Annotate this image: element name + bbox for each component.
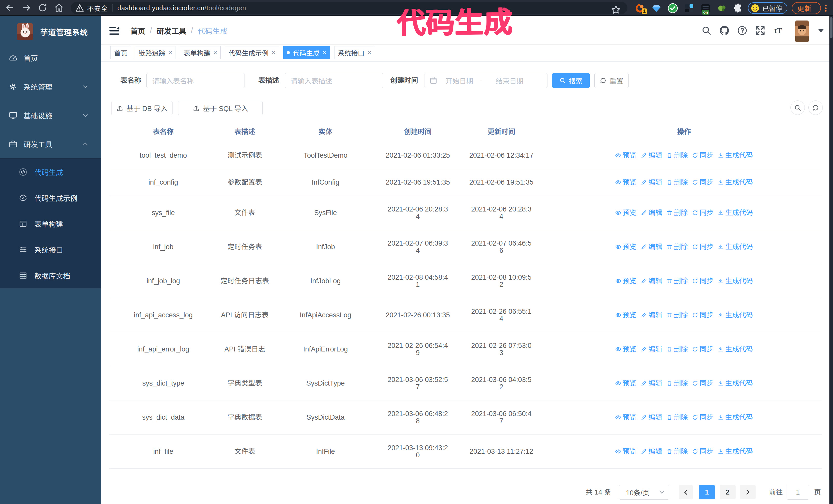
action-sync-link[interactable]: 同步 — [692, 380, 714, 387]
page-size-select[interactable]: 10条/页 — [619, 485, 669, 500]
action-generate-link[interactable]: 生成代码 — [718, 179, 753, 186]
action-preview-link[interactable]: 预览 — [615, 380, 637, 387]
pagination-page-1[interactable]: 1 — [699, 485, 715, 499]
date-end-input[interactable]: 结束日期 — [496, 76, 523, 86]
pagination-page-2[interactable]: 2 — [720, 485, 736, 499]
action-edit-link[interactable]: 编辑 — [641, 179, 662, 186]
action-edit-link[interactable]: 编辑 — [641, 243, 662, 250]
action-edit-link[interactable]: 编辑 — [641, 448, 662, 455]
browser-home-icon[interactable] — [53, 2, 65, 13]
logo[interactable]: 芋道管理系统 — [0, 16, 101, 44]
action-sync-link[interactable]: 同步 — [692, 448, 714, 455]
action-edit-link[interactable]: 编辑 — [641, 380, 662, 387]
action-edit-link[interactable]: 编辑 — [641, 345, 662, 353]
action-edit-link[interactable]: 编辑 — [641, 278, 662, 285]
action-generate-link[interactable]: 生成代码 — [718, 345, 753, 353]
user-avatar[interactable] — [795, 21, 809, 42]
action-edit-link[interactable]: 编辑 — [641, 209, 662, 216]
sidebar-subitem-2[interactable]: 表单构建 — [0, 211, 101, 237]
sidebar-subitem-0[interactable]: 代码生成 — [0, 159, 101, 185]
table-name-input[interactable]: 请输入表名称 — [146, 73, 245, 88]
extension-gem-icon[interactable] — [651, 3, 662, 14]
tab-close-icon[interactable]: × — [367, 49, 372, 56]
sidebar-item-3[interactable]: 研发工具 — [0, 130, 101, 159]
action-delete-link[interactable]: 删除 — [666, 448, 688, 455]
browser-reload-icon[interactable] — [37, 2, 48, 13]
action-generate-link[interactable]: 生成代码 — [718, 380, 753, 387]
action-preview-link[interactable]: 预览 — [615, 209, 637, 216]
action-delete-link[interactable]: 删除 — [666, 278, 688, 285]
github-icon[interactable] — [719, 25, 730, 36]
browser-forward-icon[interactable] — [21, 2, 32, 13]
date-start-input[interactable]: 开始日期 — [446, 76, 473, 86]
action-preview-link[interactable]: 预览 — [615, 345, 637, 353]
action-preview-link[interactable]: 预览 — [615, 448, 637, 455]
action-preview-link[interactable]: 预览 — [615, 414, 637, 421]
sidebar-subitem-1[interactable]: 代码生成示例 — [0, 185, 101, 211]
action-sync-link[interactable]: 同步 — [692, 152, 714, 159]
paused-extension-pill[interactable]: 已暂停 — [748, 2, 787, 14]
action-generate-link[interactable]: 生成代码 — [718, 243, 753, 250]
address-bar[interactable]: 不安全 dashboard.yudao.iocoder.cn/tool/code… — [71, 2, 627, 14]
action-preview-link[interactable]: 预览 — [615, 152, 637, 159]
pagination-prev-button[interactable] — [679, 485, 693, 499]
action-sync-link[interactable]: 同步 — [692, 209, 714, 216]
scrollbar-thumb[interactable] — [830, 17, 832, 38]
tab-链路追踪[interactable]: 链路追踪× — [135, 46, 176, 59]
tab-首页[interactable]: 首页 — [111, 46, 131, 59]
breadcrumb-home[interactable]: 首页 — [130, 25, 145, 36]
action-sync-link[interactable]: 同步 — [692, 243, 714, 250]
date-range-picker[interactable]: 开始日期 - 结束日期 — [424, 73, 547, 88]
action-sync-link[interactable]: 同步 — [692, 278, 714, 285]
action-sync-link[interactable]: 同步 — [692, 414, 714, 421]
sidebar-item-0[interactable]: 首页 — [0, 44, 101, 72]
extension-check-icon[interactable] — [667, 3, 678, 14]
extension-dark-icon[interactable]: on — [700, 3, 711, 14]
action-sync-link[interactable]: 同步 — [692, 311, 714, 319]
header-search-icon[interactable] — [701, 25, 712, 36]
action-edit-link[interactable]: 编辑 — [641, 311, 662, 319]
action-edit-link[interactable]: 编辑 — [641, 414, 662, 421]
action-generate-link[interactable]: 生成代码 — [718, 278, 753, 285]
tab-close-icon[interactable]: × — [323, 49, 327, 56]
browser-update-button[interactable]: 更新 — [792, 2, 821, 14]
import-sql-button[interactable]: 基于 SQL 导入 — [178, 101, 263, 115]
action-edit-link[interactable]: 编辑 — [641, 152, 662, 159]
font-size-icon[interactable]: tT — [772, 25, 784, 36]
action-delete-link[interactable]: 删除 — [666, 243, 688, 250]
extension-puzzle-icon[interactable] — [733, 3, 744, 14]
fullscreen-icon[interactable] — [755, 25, 766, 36]
table-desc-input[interactable]: 请输入表描述 — [285, 73, 383, 88]
page-scrollbar[interactable] — [829, 16, 833, 504]
browser-back-icon[interactable] — [4, 2, 15, 13]
extension-monkey-icon[interactable] — [717, 3, 728, 14]
action-delete-link[interactable]: 删除 — [666, 152, 688, 159]
sidebar-item-2[interactable]: 基础设施 — [0, 101, 101, 130]
search-button[interactable]: 搜索 — [552, 73, 590, 88]
action-delete-link[interactable]: 删除 — [666, 209, 688, 216]
action-preview-link[interactable]: 预览 — [615, 179, 637, 186]
action-delete-link[interactable]: 删除 — [666, 311, 688, 319]
tab-代码生成[interactable]: 代码生成× — [283, 46, 330, 59]
import-db-button[interactable]: 基于 DB 导入 — [111, 101, 172, 115]
action-generate-link[interactable]: 生成代码 — [718, 152, 753, 159]
bookmark-star-icon[interactable] — [611, 4, 621, 15]
action-delete-link[interactable]: 删除 — [666, 414, 688, 421]
tab-close-icon[interactable]: × — [271, 49, 275, 56]
action-generate-link[interactable]: 生成代码 — [718, 311, 753, 319]
pagination-next-button[interactable] — [740, 485, 756, 499]
breadcrumb-devtools[interactable]: 研发工具 — [157, 25, 186, 36]
tab-系统接口[interactable]: 系统接口× — [334, 46, 375, 59]
sidebar-subitem-3[interactable]: 系统接口 — [0, 237, 101, 263]
show-search-circle-button[interactable] — [790, 100, 805, 115]
action-sync-link[interactable]: 同步 — [692, 179, 714, 186]
action-delete-link[interactable]: 删除 — [666, 345, 688, 353]
action-generate-link[interactable]: 生成代码 — [718, 414, 753, 421]
action-sync-link[interactable]: 同步 — [692, 345, 714, 353]
action-delete-link[interactable]: 删除 — [666, 179, 688, 186]
refresh-circle-button[interactable] — [808, 100, 823, 115]
action-preview-link[interactable]: 预览 — [615, 243, 637, 250]
tab-表单构建[interactable]: 表单构建× — [180, 46, 221, 59]
action-preview-link[interactable]: 预览 — [615, 278, 637, 285]
tab-代码生成示例[interactable]: 代码生成示例× — [225, 46, 279, 59]
